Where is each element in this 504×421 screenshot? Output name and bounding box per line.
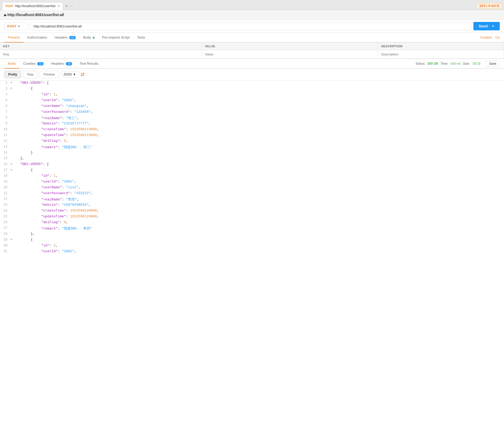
resp-tab-headers[interactable]: Headers (3) (47, 59, 76, 68)
line-content: "userPassword": "123456", (15, 110, 504, 114)
line-number: 13 (0, 145, 11, 149)
resp-tab-test-results[interactable]: Test Results (76, 59, 102, 68)
line-content: { (15, 87, 504, 91)
tab-params[interactable]: Params (4, 33, 24, 42)
line-toggle-icon[interactable]: ▼ (11, 81, 15, 84)
json-line: 26"delFlag": 0, (0, 220, 504, 226)
line-number: 4 (0, 92, 11, 96)
raw-button[interactable]: Raw (23, 71, 38, 78)
line-content: { (15, 168, 504, 172)
response-meta: Status: 200 OK Time: 434 ms Size: 783 B … (416, 60, 500, 67)
line-content: "DB1-USERS": [ (15, 81, 504, 85)
value-input[interactable] (205, 52, 375, 56)
format-select[interactable]: JSON ▼ (61, 71, 78, 78)
line-toggle-icon (11, 104, 15, 105)
line-number: 20 (0, 185, 11, 189)
tab-add-button[interactable]: + (65, 4, 68, 8)
cookies-link[interactable]: Cookies (480, 35, 492, 39)
line-toggle-icon (11, 185, 15, 186)
pretty-button[interactable]: Pretty (4, 71, 21, 78)
resp-tab-body[interactable]: Body (4, 59, 20, 68)
line-toggle-icon (11, 156, 15, 157)
json-line: 17▼{ (0, 168, 504, 174)
send-button[interactable]: Send ▼ (473, 22, 500, 30)
status-value: 200 OK (427, 62, 438, 66)
response-section: Body Cookies (1) Headers (3) Test Result… (0, 59, 504, 255)
method-select[interactable]: POST ▼ (4, 22, 28, 30)
line-content: "realName": "李四", (15, 197, 504, 202)
line-toggle-icon[interactable]: ▼ (11, 168, 15, 171)
key-cell[interactable] (0, 50, 202, 59)
key-input[interactable] (3, 52, 198, 56)
col-value-header: VALUE (202, 43, 378, 50)
line-toggle-icon (11, 191, 15, 192)
line-number: 19 (0, 180, 11, 184)
active-tab[interactable]: POST http://localhost:8081/user/list- × (2, 2, 63, 10)
cookies-badge: (1) (37, 62, 44, 66)
tab-close-button[interactable]: × (58, 4, 60, 8)
preview-button[interactable]: Preview (40, 71, 59, 78)
json-line: 30"id": 2, (0, 243, 504, 249)
tab-pre-request[interactable]: Pre-request Script (98, 33, 133, 42)
line-content: "remark": "我是DB1 - 张三" (15, 145, 504, 149)
status-label: Status: (416, 62, 425, 66)
url-input[interactable] (30, 22, 471, 30)
json-line: 29▼{ (0, 237, 504, 243)
format-chevron-icon: ▼ (73, 73, 76, 76)
tab-tests[interactable]: Tests (133, 33, 149, 42)
line-number: 24 (0, 209, 11, 213)
line-content: "userId": "1001", (15, 98, 504, 102)
json-line: 28}, (0, 232, 504, 237)
line-toggle-icon[interactable]: ▼ (11, 87, 15, 90)
line-number: 11 (0, 133, 11, 137)
tab-headers[interactable]: Headers (1) (51, 33, 80, 42)
tab-body[interactable]: Body (80, 33, 98, 42)
json-line: 4"id": 1, (0, 92, 504, 98)
body-dot-icon (93, 37, 95, 39)
json-line: 9"mobile": "13235717777", (0, 121, 504, 127)
tab-authorization[interactable]: Authorization (24, 33, 51, 42)
line-number: 29 (0, 238, 11, 242)
description-cell[interactable] (378, 50, 504, 59)
json-line: 5"userId": "1001", (0, 98, 504, 104)
tab-more-button[interactable]: ··· (69, 4, 73, 8)
value-cell[interactable] (202, 50, 378, 59)
line-toggle-icon (11, 180, 15, 180)
line-content: "id": 1, (15, 92, 504, 96)
json-line: 21"userPassword": "333222", (0, 191, 504, 197)
json-line: 16▼"DB2-USERS": [ (0, 162, 504, 168)
json-line: 3▼{ (0, 86, 504, 92)
line-toggle-icon (11, 174, 15, 174)
size-value: 783 B (472, 62, 480, 66)
line-number: 9 (0, 121, 11, 125)
line-content: "mobile": "15678298934", (15, 203, 504, 207)
resp-tab-cookies[interactable]: Cookies (1) (20, 59, 48, 68)
line-number: 12 (0, 139, 11, 143)
line-number: 30 (0, 244, 11, 247)
json-line: 7"userPassword": "123456", (0, 110, 504, 115)
line-content: "updateTime": 1553590113000, (15, 133, 504, 137)
request-row: POST ▼ Send ▼ (0, 20, 504, 33)
environment-badge[interactable]: [脚本]-本地环境 (477, 3, 502, 9)
save-button[interactable]: Save (486, 60, 500, 67)
json-line: 13"remark": "我是DB1 - 张三" (0, 144, 504, 150)
co-link[interactable]: Co (495, 35, 500, 39)
json-line: 15], (0, 156, 504, 162)
line-number: 15 (0, 156, 11, 160)
line-number: 28 (0, 232, 11, 236)
line-number: 8 (0, 116, 11, 120)
json-line: 20"userName": "lisi", (0, 185, 504, 191)
line-toggle-icon[interactable]: ▼ (11, 238, 15, 241)
tab-url-label: http://localhost:8081/user/list- (15, 4, 56, 8)
line-toggle-icon (11, 232, 15, 232)
wrap-icon[interactable]: ⇄ (81, 72, 85, 77)
description-input[interactable] (381, 52, 501, 56)
time-label: Time: (441, 62, 449, 66)
line-content: "userName": "zhangsan", (15, 104, 504, 108)
line-toggle-icon[interactable]: ▼ (11, 162, 15, 166)
line-toggle-icon (11, 203, 15, 203)
json-line: 27"remark": "我是DB2 - 李四" (0, 226, 504, 232)
line-toggle-icon (11, 145, 15, 145)
line-toggle-icon (11, 116, 15, 116)
line-number: 21 (0, 191, 11, 195)
